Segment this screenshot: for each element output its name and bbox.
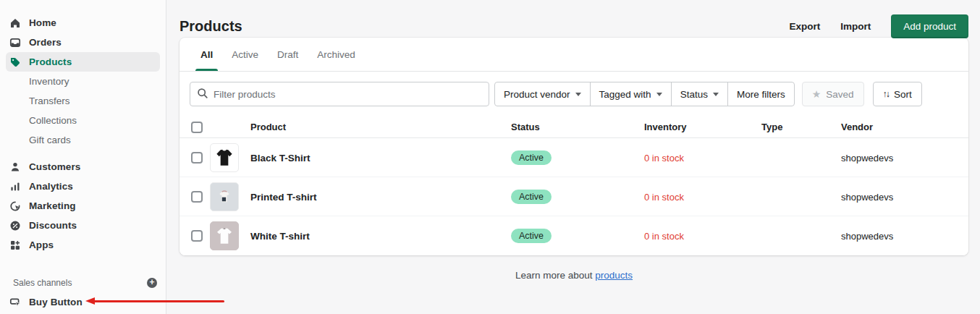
sort-button[interactable]: ↑↓ Sort bbox=[873, 82, 922, 106]
more-filters-label: More filters bbox=[737, 89, 785, 100]
tab-active[interactable]: Active bbox=[222, 38, 268, 71]
sidebar-item-collections[interactable]: Collections bbox=[6, 111, 160, 130]
filter-bar: Product vendor Tagged with Status More f… bbox=[179, 72, 968, 116]
more-filters-button[interactable]: More filters bbox=[727, 82, 795, 106]
sidebar-item-label: Marketing bbox=[29, 200, 76, 211]
orders-icon bbox=[9, 36, 22, 49]
tab-bar: All Active Draft Archived bbox=[179, 38, 968, 72]
sidebar-item-label: Apps bbox=[29, 239, 54, 250]
status-badge: Active bbox=[511, 229, 552, 243]
row-checkbox[interactable] bbox=[191, 230, 203, 242]
status-filter-button[interactable]: Status bbox=[671, 82, 728, 106]
sidebar-item-orders[interactable]: Orders bbox=[6, 33, 160, 52]
sidebar-item-home[interactable]: Home bbox=[6, 13, 160, 33]
tab-all[interactable]: All bbox=[191, 38, 222, 71]
inventory-value: 0 in stock bbox=[644, 231, 684, 242]
learn-more-footer: Learn more about products bbox=[179, 270, 968, 281]
black-tshirt-thumbnail bbox=[210, 143, 239, 172]
sidebar-item-label: Collections bbox=[29, 115, 77, 126]
page-header: Products Export Import Add product bbox=[179, 0, 968, 38]
marketing-icon bbox=[9, 200, 22, 213]
export-button[interactable]: Export bbox=[789, 21, 820, 32]
vendor-value: shopwedevs bbox=[841, 153, 893, 164]
product-vendor-label: Product vendor bbox=[504, 89, 570, 100]
row-checkbox[interactable] bbox=[191, 152, 203, 164]
home-icon bbox=[9, 17, 22, 30]
sidebar-item-customers[interactable]: Customers bbox=[6, 157, 160, 177]
status-badge: Active bbox=[511, 150, 552, 165]
discounts-percent-icon bbox=[9, 219, 22, 232]
sidebar-item-discounts[interactable]: Discounts bbox=[6, 216, 160, 235]
add-sales-channel-icon[interactable]: + bbox=[147, 278, 157, 288]
sidebar-item-inventory[interactable]: Inventory bbox=[6, 72, 160, 91]
vendor-value: shopwedevs bbox=[841, 231, 893, 242]
tab-archived[interactable]: Archived bbox=[308, 38, 365, 71]
sidebar-item-label: Customers bbox=[29, 161, 80, 172]
app-window: Home Orders Products Inventory Transfers… bbox=[0, 0, 980, 314]
page-title: Products bbox=[179, 18, 242, 35]
products-card: All Active Draft Archived Product vendor bbox=[179, 38, 968, 255]
sidebar-item-label: Orders bbox=[29, 37, 62, 48]
sidebar-item-gift-cards[interactable]: Gift cards bbox=[6, 130, 160, 150]
buy-button-icon bbox=[9, 296, 22, 309]
filter-search bbox=[190, 82, 489, 106]
status-filter-label: Status bbox=[680, 89, 708, 100]
white-tshirt-thumbnail bbox=[210, 221, 239, 250]
product-vendor-filter-button[interactable]: Product vendor bbox=[494, 82, 591, 106]
tagged-with-label: Tagged with bbox=[599, 89, 651, 100]
tagged-with-filter-button[interactable]: Tagged with bbox=[590, 82, 672, 106]
sidebar-item-label: Analytics bbox=[29, 181, 73, 192]
star-icon: ★ bbox=[812, 88, 821, 100]
table-header: Product Status Inventory Type Vendor bbox=[179, 116, 968, 138]
customers-icon bbox=[9, 161, 22, 174]
search-icon bbox=[197, 88, 208, 99]
sidebar-item-label: Gift cards bbox=[29, 135, 71, 145]
chevron-down-icon bbox=[656, 93, 662, 96]
tab-draft[interactable]: Draft bbox=[268, 38, 308, 71]
sort-arrows-icon: ↑↓ bbox=[883, 89, 890, 99]
products-link[interactable]: products bbox=[595, 270, 633, 281]
header-actions: Export Import Add product bbox=[789, 14, 968, 38]
inventory-value: 0 in stock bbox=[644, 153, 684, 164]
chevron-down-icon bbox=[713, 93, 719, 96]
sales-channels-header: Sales channels + bbox=[0, 273, 166, 292]
apps-grid-icon bbox=[9, 239, 22, 252]
sidebar: Home Orders Products Inventory Transfers… bbox=[0, 0, 166, 314]
vendor-value: shopwedevs bbox=[841, 192, 893, 203]
product-name: Black T-Shirt bbox=[250, 153, 311, 164]
products-tag-icon bbox=[9, 56, 22, 69]
add-product-button[interactable]: Add product bbox=[891, 14, 968, 38]
saved-label: Saved bbox=[826, 89, 853, 100]
sidebar-item-apps[interactable]: Apps bbox=[6, 235, 160, 255]
printed-tshirt-thumbnail bbox=[210, 182, 239, 211]
sidebar-item-analytics[interactable]: Analytics bbox=[6, 177, 160, 196]
analytics-bar-chart-icon bbox=[9, 180, 22, 193]
filter-products-input[interactable] bbox=[190, 82, 489, 106]
column-header-type: Type bbox=[761, 122, 841, 132]
product-name: White T-shirt bbox=[250, 231, 310, 242]
sidebar-item-label: Buy Button bbox=[29, 297, 83, 307]
sidebar-item-label: Discounts bbox=[29, 220, 77, 231]
table-row[interactable]: Printed T-shirt Active 0 in stock shopwe… bbox=[179, 177, 968, 216]
row-checkbox[interactable] bbox=[191, 191, 203, 203]
chevron-down-icon bbox=[575, 93, 581, 96]
product-name: Printed T-shirt bbox=[250, 192, 317, 203]
table-row[interactable]: White T-shirt Active 0 in stock shopwede… bbox=[179, 216, 968, 255]
column-header-product: Product bbox=[250, 122, 511, 132]
sidebar-item-transfers[interactable]: Transfers bbox=[6, 91, 160, 111]
sidebar-item-label: Inventory bbox=[29, 76, 69, 87]
sidebar-item-label: Products bbox=[29, 56, 72, 67]
sort-label: Sort bbox=[894, 89, 912, 100]
filter-button-group: Product vendor Tagged with Status More f… bbox=[494, 82, 795, 106]
column-header-inventory: Inventory bbox=[644, 122, 761, 132]
sidebar-item-label: Home bbox=[29, 17, 56, 28]
select-all-checkbox[interactable] bbox=[191, 122, 203, 133]
import-button[interactable]: Import bbox=[840, 21, 871, 32]
sidebar-item-products[interactable]: Products bbox=[6, 52, 160, 72]
column-header-status: Status bbox=[511, 122, 644, 132]
saved-filters-button[interactable]: ★ Saved bbox=[802, 82, 864, 106]
sidebar-item-buy-button[interactable]: Buy Button bbox=[6, 292, 160, 312]
table-row[interactable]: Black T-Shirt Active 0 in stock shopwede… bbox=[179, 138, 968, 177]
sidebar-item-marketing[interactable]: Marketing bbox=[6, 196, 160, 216]
inventory-value: 0 in stock bbox=[644, 192, 684, 203]
